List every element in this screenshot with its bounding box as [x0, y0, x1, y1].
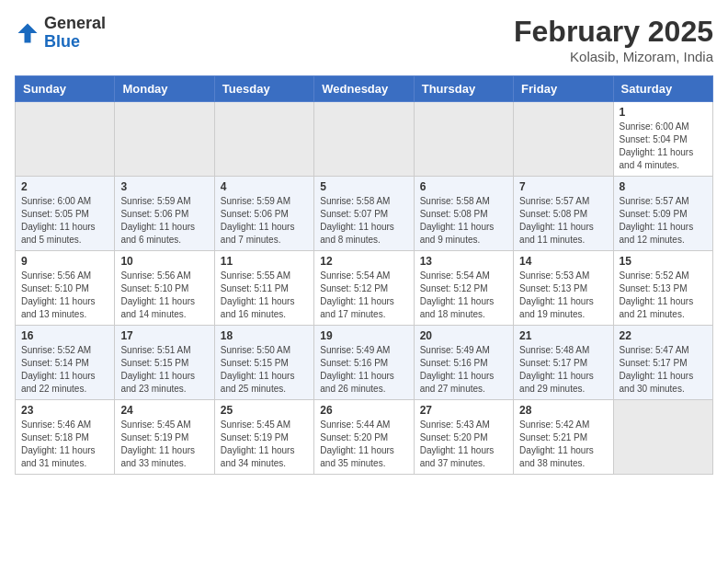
day-number: 23 — [21, 404, 108, 417]
calendar-cell: 4Sunrise: 5:59 AM Sunset: 5:06 PM Daylig… — [214, 177, 313, 251]
day-number: 20 — [420, 329, 507, 342]
weekday-tuesday: Tuesday — [214, 76, 313, 102]
day-info: Sunrise: 5:53 AM Sunset: 5:13 PM Dayligh… — [519, 270, 607, 321]
day-info: Sunrise: 5:56 AM Sunset: 5:10 PM Dayligh… — [120, 270, 208, 321]
day-number: 13 — [420, 255, 507, 268]
calendar-week-2: 2Sunrise: 6:00 AM Sunset: 5:05 PM Daylig… — [16, 177, 713, 251]
day-info: Sunrise: 5:46 AM Sunset: 5:18 PM Dayligh… — [21, 419, 108, 470]
calendar-cell — [115, 102, 214, 177]
calendar-cell: 14Sunrise: 5:53 AM Sunset: 5:13 PM Dayli… — [514, 251, 613, 326]
day-info: Sunrise: 5:58 AM Sunset: 5:08 PM Dayligh… — [420, 195, 507, 247]
calendar-cell: 19Sunrise: 5:49 AM Sunset: 5:16 PM Dayli… — [314, 326, 414, 400]
day-info: Sunrise: 5:49 AM Sunset: 5:16 PM Dayligh… — [420, 344, 507, 396]
day-info: Sunrise: 6:00 AM Sunset: 5:05 PM Dayligh… — [21, 195, 108, 247]
day-info: Sunrise: 5:59 AM Sunset: 5:06 PM Dayligh… — [120, 195, 208, 247]
day-number: 26 — [320, 404, 407, 417]
day-number: 11 — [221, 255, 308, 268]
calendar-cell: 20Sunrise: 5:49 AM Sunset: 5:16 PM Dayli… — [414, 326, 513, 400]
day-info: Sunrise: 5:45 AM Sunset: 5:19 PM Dayligh… — [120, 419, 208, 470]
calendar-cell: 23Sunrise: 5:46 AM Sunset: 5:18 PM Dayli… — [16, 400, 115, 475]
weekday-thursday: Thursday — [414, 76, 513, 102]
svg-marker-0 — [18, 23, 38, 42]
day-info: Sunrise: 5:57 AM Sunset: 5:09 PM Dayligh… — [620, 195, 707, 247]
month-year: February 2025 — [514, 15, 713, 49]
calendar-week-1: 1Sunrise: 6:00 AM Sunset: 5:04 PM Daylig… — [16, 102, 713, 177]
calendar-cell: 3Sunrise: 5:59 AM Sunset: 5:06 PM Daylig… — [115, 177, 214, 251]
day-info: Sunrise: 5:58 AM Sunset: 5:07 PM Dayligh… — [320, 195, 407, 247]
day-number: 8 — [620, 180, 707, 193]
day-info: Sunrise: 5:57 AM Sunset: 5:08 PM Dayligh… — [519, 195, 607, 247]
calendar-cell — [16, 102, 115, 177]
calendar-week-5: 23Sunrise: 5:46 AM Sunset: 5:18 PM Dayli… — [16, 400, 713, 475]
day-info: Sunrise: 5:44 AM Sunset: 5:20 PM Dayligh… — [320, 419, 407, 470]
day-number: 21 — [519, 329, 607, 342]
day-number: 16 — [21, 329, 108, 342]
day-number: 22 — [620, 329, 707, 342]
day-info: Sunrise: 5:56 AM Sunset: 5:10 PM Dayligh… — [21, 270, 108, 321]
page-header: General Blue February 2025 Kolasib, Mizo… — [15, 15, 713, 64]
calendar-cell: 25Sunrise: 5:45 AM Sunset: 5:19 PM Dayli… — [214, 400, 313, 475]
calendar-cell: 5Sunrise: 5:58 AM Sunset: 5:07 PM Daylig… — [314, 177, 414, 251]
calendar-cell: 27Sunrise: 5:43 AM Sunset: 5:20 PM Dayli… — [414, 400, 513, 475]
day-number: 19 — [320, 329, 407, 342]
day-number: 18 — [221, 329, 308, 342]
calendar-table: SundayMondayTuesdayWednesdayThursdayFrid… — [15, 75, 713, 475]
location: Kolasib, Mizoram, India — [514, 49, 713, 64]
day-number: 7 — [519, 180, 607, 193]
day-info: Sunrise: 5:42 AM Sunset: 5:21 PM Dayligh… — [519, 419, 607, 470]
calendar-cell: 21Sunrise: 5:48 AM Sunset: 5:17 PM Dayli… — [514, 326, 613, 400]
day-number: 15 — [620, 255, 707, 268]
day-number: 3 — [120, 180, 208, 193]
calendar-cell: 16Sunrise: 5:52 AM Sunset: 5:14 PM Dayli… — [16, 326, 115, 400]
calendar-week-4: 16Sunrise: 5:52 AM Sunset: 5:14 PM Dayli… — [16, 326, 713, 400]
day-number: 28 — [519, 404, 607, 417]
weekday-header-row: SundayMondayTuesdayWednesdayThursdayFrid… — [16, 76, 713, 102]
day-info: Sunrise: 5:45 AM Sunset: 5:19 PM Dayligh… — [221, 419, 308, 470]
day-number: 9 — [21, 255, 108, 268]
calendar-cell — [613, 400, 712, 475]
day-info: Sunrise: 5:51 AM Sunset: 5:15 PM Dayligh… — [120, 344, 208, 396]
day-info: Sunrise: 6:00 AM Sunset: 5:04 PM Dayligh… — [620, 121, 707, 172]
day-info: Sunrise: 5:52 AM Sunset: 5:13 PM Dayligh… — [620, 270, 707, 321]
title-block: February 2025 Kolasib, Mizoram, India — [514, 15, 713, 64]
day-info: Sunrise: 5:54 AM Sunset: 5:12 PM Dayligh… — [420, 270, 507, 321]
calendar-cell: 28Sunrise: 5:42 AM Sunset: 5:21 PM Dayli… — [514, 400, 613, 475]
day-info: Sunrise: 5:48 AM Sunset: 5:17 PM Dayligh… — [519, 344, 607, 396]
weekday-wednesday: Wednesday — [314, 76, 414, 102]
day-number: 24 — [120, 404, 208, 417]
day-number: 4 — [221, 180, 308, 193]
calendar-cell: 7Sunrise: 5:57 AM Sunset: 5:08 PM Daylig… — [514, 177, 613, 251]
day-number: 6 — [420, 180, 507, 193]
calendar-cell — [214, 102, 313, 177]
day-info: Sunrise: 5:55 AM Sunset: 5:11 PM Dayligh… — [221, 270, 308, 321]
calendar-cell: 26Sunrise: 5:44 AM Sunset: 5:20 PM Dayli… — [314, 400, 414, 475]
calendar-cell: 17Sunrise: 5:51 AM Sunset: 5:15 PM Dayli… — [115, 326, 214, 400]
logo: General Blue — [15, 15, 106, 52]
day-number: 2 — [21, 180, 108, 193]
day-info: Sunrise: 5:43 AM Sunset: 5:20 PM Dayligh… — [420, 419, 507, 470]
day-info: Sunrise: 5:54 AM Sunset: 5:12 PM Dayligh… — [320, 270, 407, 321]
day-info: Sunrise: 5:50 AM Sunset: 5:15 PM Dayligh… — [221, 344, 308, 396]
weekday-saturday: Saturday — [613, 76, 712, 102]
calendar-week-3: 9Sunrise: 5:56 AM Sunset: 5:10 PM Daylig… — [16, 251, 713, 326]
calendar-cell: 11Sunrise: 5:55 AM Sunset: 5:11 PM Dayli… — [214, 251, 313, 326]
logo-icon — [15, 20, 40, 46]
day-number: 12 — [320, 255, 407, 268]
logo-text: General Blue — [44, 15, 106, 52]
calendar-cell: 9Sunrise: 5:56 AM Sunset: 5:10 PM Daylig… — [16, 251, 115, 326]
day-number: 27 — [420, 404, 507, 417]
day-number: 25 — [221, 404, 308, 417]
calendar-cell: 2Sunrise: 6:00 AM Sunset: 5:05 PM Daylig… — [16, 177, 115, 251]
day-info: Sunrise: 5:59 AM Sunset: 5:06 PM Dayligh… — [221, 195, 308, 247]
day-info: Sunrise: 5:52 AM Sunset: 5:14 PM Dayligh… — [21, 344, 108, 396]
day-number: 17 — [120, 329, 208, 342]
weekday-sunday: Sunday — [16, 76, 115, 102]
calendar-cell: 6Sunrise: 5:58 AM Sunset: 5:08 PM Daylig… — [414, 177, 513, 251]
day-info: Sunrise: 5:49 AM Sunset: 5:16 PM Dayligh… — [320, 344, 407, 396]
calendar-cell: 1Sunrise: 6:00 AM Sunset: 5:04 PM Daylig… — [613, 102, 712, 177]
day-number: 1 — [620, 106, 707, 119]
calendar-cell: 15Sunrise: 5:52 AM Sunset: 5:13 PM Dayli… — [613, 251, 712, 326]
calendar-cell: 18Sunrise: 5:50 AM Sunset: 5:15 PM Dayli… — [214, 326, 313, 400]
calendar-cell: 10Sunrise: 5:56 AM Sunset: 5:10 PM Dayli… — [115, 251, 214, 326]
day-info: Sunrise: 5:47 AM Sunset: 5:17 PM Dayligh… — [620, 344, 707, 396]
